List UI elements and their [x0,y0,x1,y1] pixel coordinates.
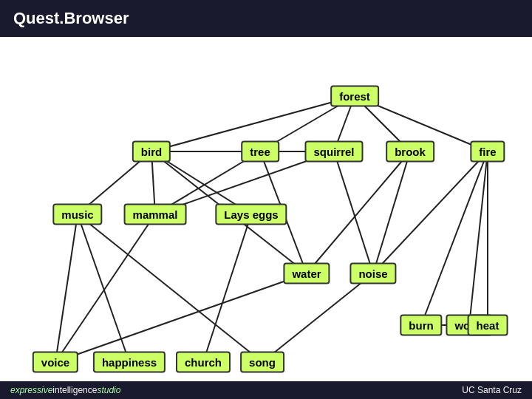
svg-line-22 [78,214,262,362]
svg-line-13 [334,151,373,273]
graph-area: forestbirdtreesquirrelbrookfiremusicmamm… [0,37,532,399]
footer-expressive: expressive [10,385,52,395]
node-mammal[interactable]: mammal [124,204,187,225]
node-bird[interactable]: bird [132,141,171,163]
node-forest[interactable]: forest [330,86,379,107]
svg-line-17 [469,151,488,325]
footer-intelligence: intelligence [52,385,97,395]
svg-line-19 [373,151,488,273]
node-tree[interactable]: tree [241,141,279,163]
node-water[interactable]: water [283,263,330,284]
svg-line-16 [421,151,488,325]
footer-studio: studio [97,385,120,395]
node-squirrel[interactable]: squirrel [304,141,363,163]
svg-line-26 [262,273,373,362]
node-lays_eggs[interactable]: Lays eggs [215,204,287,225]
node-burn[interactable]: burn [400,315,442,336]
app-title: Quest.Browser [13,9,129,28]
app-header: Quest.Browser [0,0,532,37]
footer-right: UC Santa Cruz [462,385,522,395]
footer: expressiveintelligencestudio UC Santa Cr… [0,381,532,399]
svg-line-24 [203,214,251,362]
svg-line-21 [78,214,129,362]
node-song[interactable]: song [240,352,284,373]
node-noise[interactable]: noise [349,263,396,284]
node-brook[interactable]: brook [386,141,434,163]
node-happiness[interactable]: happiness [93,352,166,373]
footer-left: expressiveintelligencestudio [10,385,120,395]
svg-line-25 [55,273,307,362]
svg-line-23 [55,214,155,362]
node-heat[interactable]: heat [468,315,508,336]
node-voice[interactable]: voice [33,352,78,373]
node-fire[interactable]: fire [470,141,505,163]
svg-line-14 [307,151,410,273]
svg-line-15 [373,151,410,273]
svg-line-20 [55,214,78,362]
node-church[interactable]: church [176,352,231,373]
node-music[interactable]: music [52,204,102,225]
